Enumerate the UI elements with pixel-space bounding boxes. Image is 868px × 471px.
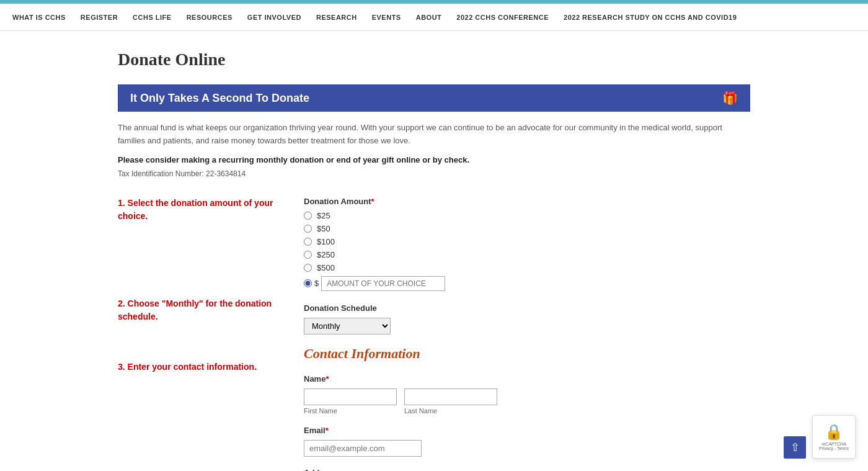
main-content: Donate Online It Only Takes A Second To … [93, 31, 775, 471]
amount-250-option[interactable]: $250 [304, 250, 750, 259]
main-nav: WHAT IS CCHS REGISTER CCHS LIFE RESOURCE… [0, 4, 868, 31]
amount-500-radio[interactable] [304, 264, 312, 272]
nav-research[interactable]: RESEARCH [316, 14, 357, 21]
nav-events[interactable]: EVENTS [372, 14, 401, 21]
donation-amount-label: Donation Amount* [304, 197, 750, 206]
nav-cchs-life[interactable]: CCHS LIFE [133, 14, 172, 21]
amount-50-radio[interactable] [304, 225, 312, 233]
amount-50-label: $50 [317, 224, 330, 233]
dollar-sign: $ [314, 279, 319, 288]
step-1-instruction: 1. Select the donation amount of your ch… [118, 197, 279, 223]
amount-custom-radio[interactable] [304, 279, 312, 287]
amount-500-option[interactable]: $500 [304, 263, 750, 272]
last-name-input[interactable] [404, 388, 497, 405]
nav-conference[interactable]: 2022 CCHS CONFERENCE [456, 14, 549, 21]
recaptcha-logo-icon: 🔒 [825, 423, 843, 441]
amount-100-label: $100 [317, 237, 335, 246]
last-name-field: Last Name [404, 388, 497, 415]
donation-schedule-select[interactable]: Monthly One-time Quarterly Annually [304, 318, 391, 334]
donation-amount-group: Donation Amount* $25 $50 $100 [304, 197, 750, 291]
first-name-input[interactable] [304, 388, 397, 405]
first-name-field: First Name [304, 388, 397, 415]
page-title: Donate Online [118, 50, 750, 70]
address-group: Address [304, 468, 750, 471]
amount-100-radio[interactable] [304, 238, 312, 246]
address-label: Address [304, 468, 750, 471]
description-text: The annual fund is what keeps our organi… [118, 122, 750, 148]
amount-250-radio[interactable] [304, 251, 312, 259]
amount-25-radio[interactable] [304, 212, 312, 220]
chevron-up-icon: ⇧ [790, 441, 800, 454]
step-2-instruction: 2. Choose "Monthly" for the donation sch… [118, 297, 279, 323]
amount-25-option[interactable]: $25 [304, 211, 750, 220]
step-3-instruction: 3. Enter your contact information. [118, 361, 279, 374]
name-label: Name* [304, 374, 750, 384]
last-name-sublabel: Last Name [404, 407, 497, 415]
back-to-top-button[interactable]: ⇧ [784, 436, 806, 459]
nav-get-involved[interactable]: GET INVOLVED [247, 14, 301, 21]
donation-schedule-label: Donation Schedule [304, 303, 750, 313]
custom-amount-row: $ [304, 276, 750, 291]
amount-100-option[interactable]: $100 [304, 237, 750, 246]
recaptcha-badge: 🔒 reCAPTCHAPrivacy - Terms [812, 415, 856, 459]
donation-schedule-group: Donation Schedule Monthly One-time Quart… [304, 303, 750, 334]
email-input[interactable] [304, 440, 422, 457]
custom-amount-input[interactable] [321, 276, 445, 291]
nav-what-is-cchs[interactable]: WHAT IS CCHS [12, 14, 66, 21]
recurring-text: Please consider making a recurring month… [118, 155, 750, 164]
amount-25-label: $25 [317, 211, 330, 220]
name-row: First Name Last Name [304, 388, 750, 415]
email-group: Email* [304, 426, 750, 457]
donation-banner: It Only Takes A Second To Donate 🎁 [118, 84, 750, 112]
name-group: Name* First Name Last Name [304, 374, 750, 415]
amount-50-option[interactable]: $50 [304, 224, 750, 233]
first-name-sublabel: First Name [304, 407, 397, 415]
nav-research-covid[interactable]: 2022 RESEARCH STUDY ON CCHS AND COVID19 [564, 14, 737, 21]
nav-about[interactable]: ABOUT [416, 14, 442, 21]
donation-amount-radio-group: $25 $50 $100 $250 [304, 211, 750, 291]
amount-250-label: $250 [317, 250, 335, 259]
form-layout: 1. Select the donation amount of your ch… [118, 197, 750, 471]
form-column: Donation Amount* $25 $50 $100 [304, 197, 750, 471]
amount-500-label: $500 [317, 263, 335, 272]
email-label: Email* [304, 426, 750, 435]
tax-id-text: Tax Identification Number: 22-3634814 [118, 169, 750, 178]
contact-info-title: Contact Information [304, 346, 750, 362]
recaptcha-text: reCAPTCHAPrivacy - Terms [819, 442, 849, 451]
nav-register[interactable]: REGISTER [81, 14, 118, 21]
banner-title: It Only Takes A Second To Donate [130, 92, 309, 105]
gift-icon: 🎁 [722, 91, 738, 105]
instructions-column: 1. Select the donation amount of your ch… [118, 197, 279, 471]
nav-resources[interactable]: RESOURCES [187, 14, 232, 21]
